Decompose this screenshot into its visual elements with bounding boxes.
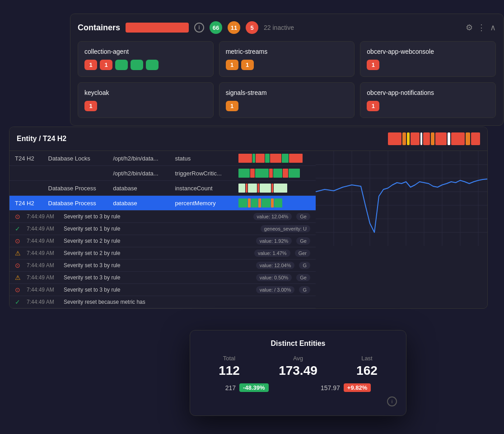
avg-stat: Avg 173.49 xyxy=(279,355,317,378)
popup-stats: Total 112 Avg 173.49 Last 162 xyxy=(199,355,397,378)
event-icon: ⚠ xyxy=(15,250,22,257)
row-heatmap-cell xyxy=(248,198,251,208)
container-badge: 1 xyxy=(241,60,254,70)
total-label: Total xyxy=(219,355,240,362)
event-tag2: Ge xyxy=(296,274,310,281)
popup-info: i xyxy=(199,396,397,406)
row-heatmap xyxy=(238,184,310,193)
row-heatmap-cell xyxy=(274,198,282,208)
event-time: 7:44:49 AM xyxy=(27,299,59,305)
sub-stat-2: 157.97 +9.82% xyxy=(321,383,371,392)
cell-heatmap xyxy=(233,181,316,196)
row-heatmap-cell xyxy=(273,169,282,178)
container-badges: 1 xyxy=(84,101,207,111)
event-msg: Severity reset because metric has xyxy=(64,299,310,305)
heatmap-block xyxy=(448,132,450,145)
event-tag: geneos_severity: U xyxy=(261,225,310,232)
row-heatmap-cell xyxy=(250,169,255,178)
change-badge-1: -48.39% xyxy=(239,383,268,392)
heatmap-block xyxy=(431,132,434,145)
container-card[interactable]: collection-agent 11 xyxy=(78,41,214,77)
badge-5[interactable]: 5 xyxy=(246,21,258,34)
container-name: metric-streams xyxy=(226,48,348,55)
container-card[interactable]: metric-streams 11 xyxy=(219,41,355,77)
container-card[interactable]: signals-stream 1 xyxy=(219,82,355,118)
cell-entity: T24 H2 xyxy=(9,196,43,211)
row-heatmap-cell xyxy=(274,184,287,193)
row-heatmap-cell xyxy=(261,198,271,208)
event-icon: ⊙ xyxy=(15,262,22,269)
badge-11[interactable]: 11 xyxy=(228,21,240,34)
row-heatmap-cell xyxy=(248,184,257,193)
event-tag: value: 1.47% xyxy=(254,250,290,257)
event-tag: value: 0.50% xyxy=(256,274,292,281)
cell-metric: status xyxy=(169,151,233,166)
row-heatmap xyxy=(238,154,310,163)
avg-value: 173.49 xyxy=(279,363,317,378)
container-card[interactable]: keycloak 1 xyxy=(78,82,214,118)
event-icon: ⚠ xyxy=(15,274,22,281)
row-heatmap-cell xyxy=(238,184,245,193)
heatmap-block xyxy=(435,132,447,145)
row-heatmap-cell xyxy=(238,198,247,208)
container-name: signals-stream xyxy=(226,89,348,96)
last-stat: Last 162 xyxy=(356,355,378,378)
row-heatmap-cell xyxy=(265,154,270,163)
cell-type: Database Process xyxy=(43,181,108,196)
heatmap-block xyxy=(411,132,420,145)
container-name: collection-agent xyxy=(84,48,207,55)
entity-table: T24 H2 Database Locks /opt/h2/bin/data..… xyxy=(9,151,316,211)
container-name: keycloak xyxy=(84,89,207,96)
event-msg: Severity set to 3 by rule xyxy=(64,274,252,281)
container-badges: 11 xyxy=(226,60,348,70)
row-heatmap-cell xyxy=(251,198,258,208)
cell-type: Database Locks xyxy=(43,151,108,166)
last-label: Last xyxy=(356,355,378,362)
event-row: ✓ 7:44:49 AM Severity set to 1 by rule g… xyxy=(9,223,316,235)
container-card[interactable]: obcerv-app-webconsole 1 xyxy=(360,41,496,77)
total-stat: Total 112 xyxy=(219,355,240,378)
event-icon: ✓ xyxy=(15,298,22,306)
event-row: ⊙ 7:44:49 AM Severity set to 3 by rule v… xyxy=(9,284,316,296)
container-card[interactable]: obcerv-app-notifications 1 xyxy=(360,82,496,118)
containers-panel: Containers i 66 11 5 22 inactive ⚙ ⋮ ∧ c… xyxy=(70,14,504,126)
entity-header: Entity / T24 H2 xyxy=(9,127,487,151)
container-badge: 1 xyxy=(100,60,112,70)
event-row: ⊙ 7:44:49 AM Severity set to 3 by rule v… xyxy=(9,211,316,223)
row-heatmap-cell xyxy=(246,184,247,193)
popup-sub-stats: 217 -48.39% 157.97 +9.82% xyxy=(199,383,397,392)
distinct-entities-popup: Distinct Entities Total 112 Avg 173.49 L… xyxy=(190,330,406,416)
row-heatmap-cell xyxy=(271,198,274,208)
event-time: 7:44:49 AM xyxy=(27,238,59,244)
event-msg: Severity set to 3 by rule xyxy=(64,262,252,269)
container-badge: 1 xyxy=(226,101,238,111)
cell-entity xyxy=(9,166,43,181)
event-tag2: G xyxy=(299,286,310,293)
more-icon[interactable]: ⋮ xyxy=(477,23,485,33)
container-badge xyxy=(115,60,128,70)
cell-path: /opt/h2/bin/data... xyxy=(107,166,169,181)
entity-table-row[interactable]: /opt/h2/bin/data... triggerRowCritic... xyxy=(9,166,316,181)
entity-heatmap xyxy=(388,132,480,145)
cell-type xyxy=(43,166,108,181)
event-log: ⊙ 7:44:49 AM Severity set to 3 by rule v… xyxy=(9,211,316,308)
entity-table-row[interactable]: Database Process database instanceCount xyxy=(9,181,316,196)
entity-table-row[interactable]: T24 H2 Database Process database percent… xyxy=(9,196,316,211)
settings-icon[interactable]: ⚙ xyxy=(466,23,473,33)
event-msg: Severity set to 2 by rule xyxy=(64,238,252,244)
collapse-icon[interactable]: ∧ xyxy=(490,23,496,33)
cell-entity: T24 H2 xyxy=(9,151,43,166)
info-icon[interactable]: i xyxy=(194,23,204,33)
event-row: ⊙ 7:44:49 AM Severity set to 2 by rule v… xyxy=(9,235,316,247)
event-tag: value: 12.04% xyxy=(253,213,292,220)
row-heatmap-cell xyxy=(252,154,255,163)
entity-table-row[interactable]: T24 H2 Database Locks /opt/h2/bin/data..… xyxy=(9,151,316,166)
row-heatmap-cell xyxy=(289,169,300,178)
cell-type: Database Process xyxy=(43,196,108,211)
event-time: 7:44:49 AM xyxy=(27,226,59,232)
container-name: obcerv-app-webconsole xyxy=(367,48,489,55)
row-heatmap-cell xyxy=(255,169,269,178)
event-msg: Severity set to 1 by rule xyxy=(64,226,256,232)
badge-66[interactable]: 66 xyxy=(210,21,222,34)
popup-info-icon[interactable]: i xyxy=(387,396,397,406)
